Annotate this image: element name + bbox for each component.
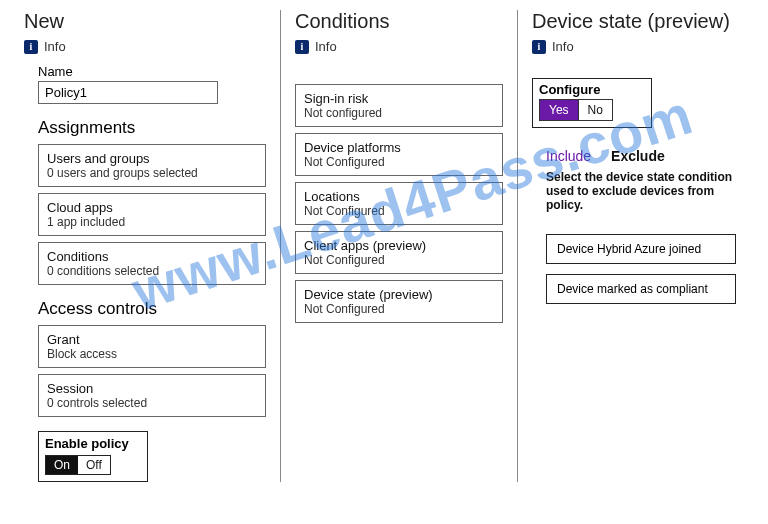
toggle-off[interactable]: Off [78,456,110,474]
assignment-cloud-apps[interactable]: Cloud apps 1 app included [38,193,266,236]
opt-title: Device state (preview) [304,287,494,302]
info-label: Info [552,39,574,54]
opt-title: Device platforms [304,140,494,155]
opt-subtitle: Not Configured [304,204,494,218]
info-label: Info [315,39,337,54]
choice-marked-compliant[interactable]: Device marked as compliant [546,274,736,304]
opt-subtitle: Not Configured [304,155,494,169]
policy-name-input[interactable] [38,81,218,104]
configure-no[interactable]: No [578,100,612,120]
condition-client-apps[interactable]: Client apps (preview) Not Configured [295,231,503,274]
opt-subtitle: Block access [47,347,257,361]
info-row[interactable]: i Info [295,39,503,54]
helper-text: Select the device state condition used t… [546,170,744,212]
assignment-conditions[interactable]: Conditions 0 conditions selected [38,242,266,285]
blade-title-conditions: Conditions [295,10,503,33]
access-session[interactable]: Session 0 controls selected [38,374,266,417]
opt-title: Sign-in risk [304,91,494,106]
condition-locations[interactable]: Locations Not Configured [295,182,503,225]
configure-yes[interactable]: Yes [540,100,578,120]
info-row[interactable]: i Info [24,39,266,54]
access-grant[interactable]: Grant Block access [38,325,266,368]
blade-conditions: Conditions i Info Sign-in risk Not confi… [280,10,518,482]
condition-device-platforms[interactable]: Device platforms Not Configured [295,133,503,176]
info-label: Info [44,39,66,54]
opt-subtitle: 0 controls selected [47,396,257,410]
opt-title: Conditions [47,249,257,264]
enable-policy-toggle[interactable]: On Off [45,455,111,475]
opt-title: Client apps (preview) [304,238,494,253]
enable-policy-box: Enable policy On Off [38,431,148,482]
info-row[interactable]: i Info [532,39,744,54]
blade-device-state: Device state (preview) i Info Configure … [518,10,758,482]
opt-subtitle: Not Configured [304,253,494,267]
opt-title: Locations [304,189,494,204]
opt-subtitle: 1 app included [47,215,257,229]
assignment-users-groups[interactable]: Users and groups 0 users and groups sele… [38,144,266,187]
info-icon: i [295,40,309,54]
include-exclude-tabs: Include Exclude [546,148,744,164]
opt-subtitle: Not Configured [304,302,494,316]
opt-subtitle: 0 conditions selected [47,264,257,278]
info-icon: i [24,40,38,54]
configure-toggle[interactable]: Yes No [539,99,613,121]
blade-title-device-state: Device state (preview) [532,10,744,33]
opt-title: Grant [47,332,257,347]
blade-new: New i Info Name Assignments Users and gr… [10,10,280,482]
toggle-on[interactable]: On [46,456,78,474]
blade-title-new: New [24,10,266,33]
info-icon: i [532,40,546,54]
assignments-heading: Assignments [38,118,266,138]
configure-box: Configure Yes No [532,78,652,128]
configure-label: Configure [539,82,645,97]
opt-title: Session [47,381,257,396]
opt-title: Users and groups [47,151,257,166]
access-controls-heading: Access controls [38,299,266,319]
condition-device-state[interactable]: Device state (preview) Not Configured [295,280,503,323]
condition-signin-risk[interactable]: Sign-in risk Not configured [295,84,503,127]
tab-exclude[interactable]: Exclude [611,148,665,164]
tab-include[interactable]: Include [546,148,591,164]
choice-hybrid-azure-joined[interactable]: Device Hybrid Azure joined [546,234,736,264]
opt-subtitle: Not configured [304,106,494,120]
opt-title: Cloud apps [47,200,257,215]
opt-subtitle: 0 users and groups selected [47,166,257,180]
enable-policy-label: Enable policy [45,436,141,451]
name-label: Name [38,64,266,79]
